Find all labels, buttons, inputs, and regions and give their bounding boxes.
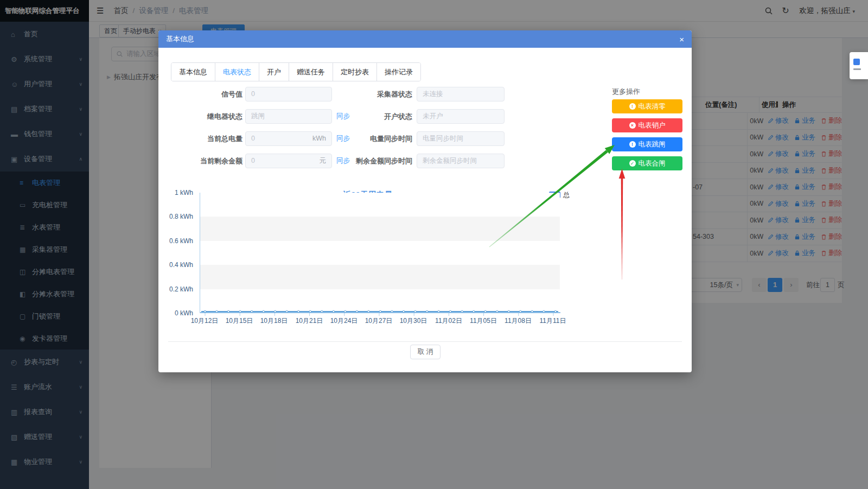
x-tick-label: 11月05日	[466, 316, 501, 326]
cancel-button[interactable]: 取 消	[410, 345, 441, 359]
x-tick-label: 11月08日	[501, 316, 535, 326]
tab-operation-log[interactable]: 操作记录	[377, 63, 420, 81]
meter-trip-button[interactable]: !电表跳闸	[612, 137, 682, 151]
energy-sync-time-input[interactable]: 电量同步时间	[417, 131, 505, 146]
tab-meter-status[interactable]: 电表状态	[215, 63, 259, 81]
x-tick-label: 11月02日	[431, 316, 466, 326]
balance-input[interactable]: 0元	[245, 154, 332, 168]
y-tick-label: 0.4 kWh	[159, 261, 193, 269]
tab-gift-task[interactable]: 赠送任务	[289, 63, 333, 81]
field-label-balance-sync-time: 剩余金额同步时间	[343, 154, 412, 168]
y-tick-label: 1 kWh	[159, 189, 193, 196]
tab-open-account[interactable]: 开户	[259, 63, 289, 81]
column-settings-popover[interactable]	[850, 52, 868, 79]
x-tick-label: 10月15日	[222, 316, 257, 326]
x-tick-label: 10月30日	[396, 316, 431, 326]
x-tick-label: 11月11日	[535, 316, 570, 326]
x-tick-label: 10月21日	[292, 316, 327, 326]
trip-icon: !	[629, 141, 636, 148]
x-tick-label: 10月24日	[327, 316, 361, 326]
field-label-account-status: 开户状态	[343, 109, 412, 124]
collector-status-input[interactable]: 未连接	[417, 87, 505, 101]
modal-header: 基本信息 ×	[158, 30, 692, 48]
close-switch-icon: ✓	[629, 160, 636, 167]
field-label-relay-status: 继电器状态	[169, 109, 242, 124]
tab-timed-reading[interactable]: 定时抄表	[333, 63, 377, 81]
legend-label[interactable]: 总	[563, 190, 570, 200]
field-label-energy-sync-time: 电量同步时间	[343, 131, 412, 146]
y-tick-label: 0.2 kWh	[159, 285, 193, 293]
field-label-collector-status: 采集器状态	[343, 87, 412, 101]
more-actions-title: 更多操作	[612, 87, 640, 97]
modal-footer-divider	[168, 341, 682, 342]
modal-tabs: 基本信息 电表状态 开户 赠送任务 定时抄表 操作记录	[171, 62, 421, 81]
x-tick-label: 10月12日	[187, 316, 222, 326]
field-label-signal: 信号值	[169, 87, 242, 101]
y-tick-label: 0.8 kWh	[159, 213, 193, 220]
column-toggle-icon	[853, 59, 860, 65]
close-icon[interactable]: ×	[679, 35, 684, 43]
balance-sync-time-input[interactable]: 剩余金额同步时间	[417, 154, 505, 168]
reset-icon: !	[629, 103, 636, 110]
x-tick-label: 10月18日	[257, 316, 291, 326]
screen: 智能物联网综合管理平台 ⌂ 首页 ⚙ 系统管理 ∨ ☺ 用户管理 ∨ ▤ 档案管…	[0, 0, 868, 489]
close-account-icon: ×	[629, 122, 636, 129]
signal-value-input[interactable]: 0	[245, 87, 332, 101]
meter-close-account-button[interactable]: ×电表销户	[612, 118, 682, 132]
field-label-total-energy: 当前总电量	[169, 131, 242, 146]
chart-series-line	[200, 193, 560, 317]
unit-kwh: kWh	[312, 132, 326, 145]
account-status-input[interactable]: 未开户	[417, 109, 505, 124]
relay-status-input[interactable]: 跳闸	[245, 109, 332, 124]
y-tick-label: 0.6 kWh	[159, 237, 193, 245]
x-tick-label: 10月27日	[361, 316, 396, 326]
unit-yuan: 元	[320, 154, 327, 168]
modal-title: 基本信息	[166, 34, 194, 44]
total-energy-input[interactable]: 0kWh	[245, 131, 332, 146]
y-tick-label: 0 kWh	[159, 309, 193, 317]
meter-close-switch-button[interactable]: ✓电表合闸	[612, 156, 682, 170]
basic-info-modal: 基本信息 × 基本信息 电表状态 开户 赠送任务 定时抄表 操作记录 信号值 0…	[158, 30, 692, 372]
field-label-balance: 当前剩余金额	[169, 154, 242, 168]
tab-basic-info[interactable]: 基本信息	[171, 63, 215, 81]
chart-plot-area	[200, 193, 560, 313]
column-toggle-bar	[853, 68, 861, 70]
meter-reset-button[interactable]: !电表清零	[612, 99, 682, 113]
